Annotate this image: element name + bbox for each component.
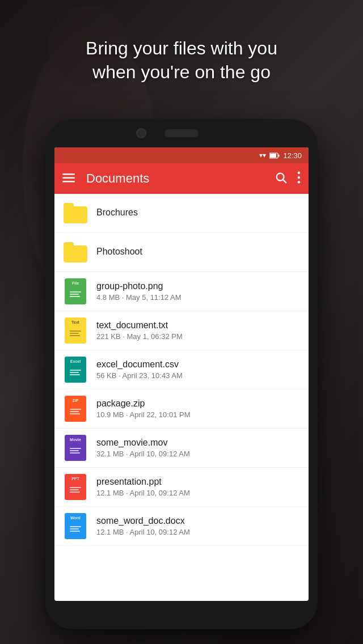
file-icon-zip: ZIP [64, 395, 87, 422]
hamburger-menu-button[interactable] [62, 172, 75, 185]
app-bar-title: Documents [86, 171, 275, 186]
item-name: group-photo.png [96, 281, 299, 291]
phone-speaker [164, 129, 199, 137]
file-list: Brochures Photoshoot [54, 194, 309, 546]
item-info: text_document.txt 221 KB · May 1, 06:32 … [96, 320, 299, 341]
phone-frame: ▾▾ 12:30 Documents [45, 119, 318, 629]
file-icon-png: File [64, 278, 87, 305]
file-icon-ppt: PPT [64, 473, 87, 501]
svg-point-13 [298, 180, 301, 183]
item-name: Brochures [96, 207, 299, 218]
app-bar: Documents [54, 163, 309, 194]
battery-icon [269, 152, 280, 159]
file-icon-txt: Text [64, 317, 87, 344]
item-meta: 12.1 MB · April 10, 09:12 AM [96, 528, 299, 536]
list-item[interactable]: Text text_document.txt 221 KB · May 1, 0… [54, 311, 309, 350]
file-icon-docx: Word [64, 512, 87, 540]
status-bar: ▾▾ 12:30 [54, 147, 309, 163]
svg-line-10 [283, 180, 286, 183]
item-name: Photoshoot [96, 247, 299, 257]
item-meta: 4.8 MB · May 5, 11:12 AM [96, 293, 299, 302]
list-item[interactable]: PPT presentation.ppt 12.1 MB · April 10,… [54, 468, 309, 507]
list-item[interactable]: Brochures [54, 194, 309, 233]
svg-rect-7 [62, 177, 75, 179]
item-info: group-photo.png 4.8 MB · May 5, 11:12 AM [96, 281, 299, 302]
item-name: excel_document.csv [96, 359, 299, 370]
item-info: excel_document.csv 56 KB · April 23, 10:… [96, 359, 299, 380]
svg-point-11 [298, 171, 301, 174]
phone-camera [136, 128, 146, 138]
app-bar-actions [275, 171, 301, 187]
list-item[interactable]: Word some_word_doc.docx 12.1 MB · April … [54, 507, 309, 546]
wifi-icon: ▾▾ [259, 151, 266, 159]
item-name: package.zip [96, 399, 299, 409]
item-info: package.zip 10.9 MB · April 22, 10:01 PM [96, 399, 299, 419]
item-name: presentation.ppt [96, 477, 299, 487]
hero-title: Bring your files with you when you're on… [0, 37, 363, 84]
item-meta: 56 KB · April 23, 10:43 AM [96, 371, 299, 380]
item-meta: 221 KB · May 1, 06:32 PM [96, 332, 299, 341]
folder-icon [64, 239, 87, 266]
more-options-button[interactable] [297, 171, 301, 187]
list-item[interactable]: Excel excel_document.csv 56 KB · April 2… [54, 350, 309, 389]
search-button[interactable] [275, 171, 287, 187]
phone-screen: ▾▾ 12:30 Documents [54, 147, 309, 601]
item-info: Photoshoot [96, 247, 299, 259]
svg-rect-4 [278, 154, 280, 156]
list-item[interactable]: File group-photo.png 4.8 MB · May 5, 11:… [54, 272, 309, 311]
hero-section: Bring your files with you when you're on… [0, 37, 363, 84]
list-item[interactable]: Photoshoot [54, 233, 309, 272]
svg-rect-8 [62, 181, 75, 183]
item-name: some_movie.mov [96, 438, 299, 448]
item-name: some_word_doc.docx [96, 516, 299, 526]
folder-icon [64, 200, 87, 227]
svg-rect-6 [62, 173, 75, 175]
item-name: text_document.txt [96, 320, 299, 331]
svg-point-12 [298, 176, 301, 179]
list-item[interactable]: Movie some_movie.mov 32.1 MB · April 10,… [54, 429, 309, 468]
file-icon-csv: Excel [64, 356, 87, 383]
item-meta: 32.1 MB · April 10, 09:12 AM [96, 450, 299, 458]
list-item[interactable]: ZIP package.zip 10.9 MB · April 22, 10:0… [54, 389, 309, 429]
item-meta: 12.1 MB · April 10, 09:12 AM [96, 489, 299, 497]
file-icon-mov: Movie [64, 434, 87, 461]
status-time: 12:30 [283, 151, 302, 160]
item-info: some_word_doc.docx 12.1 MB · April 10, 0… [96, 516, 299, 536]
item-meta: 10.9 MB · April 22, 10:01 PM [96, 410, 299, 419]
item-info: some_movie.mov 32.1 MB · April 10, 09:12… [96, 438, 299, 458]
item-info: presentation.ppt 12.1 MB · April 10, 09:… [96, 477, 299, 497]
svg-rect-5 [270, 154, 276, 158]
item-info: Brochures [96, 207, 299, 219]
